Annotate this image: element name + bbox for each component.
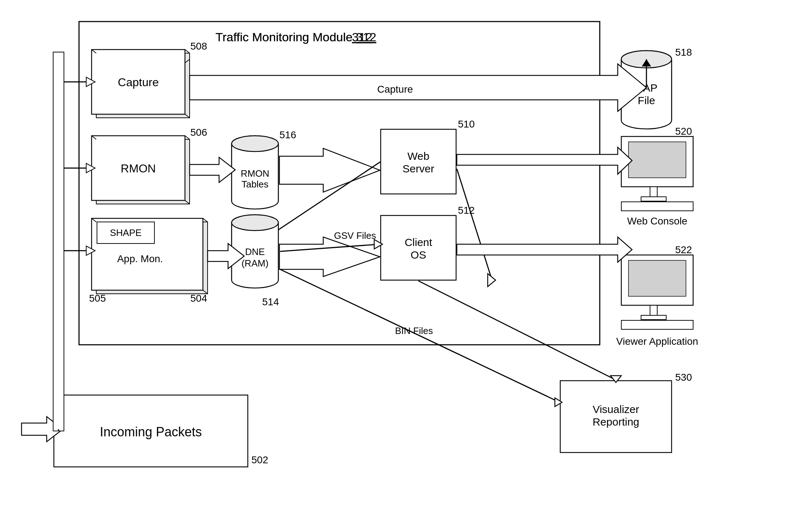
svg-text:514: 514 <box>262 296 279 307</box>
svg-marker-87 <box>53 424 63 435</box>
svg-marker-93 <box>86 163 95 173</box>
svg-line-21 <box>203 290 208 294</box>
svg-text:504: 504 <box>190 293 207 304</box>
svg-text:Visualizer: Visualizer <box>593 403 639 415</box>
svg-text:Capture: Capture <box>118 76 159 89</box>
svg-rect-30 <box>232 144 278 201</box>
svg-marker-98 <box>208 243 244 269</box>
svg-line-107 <box>457 169 492 280</box>
svg-rect-43 <box>232 223 278 280</box>
tmm-title: Traffic Monitoring Module 312 <box>215 30 376 44</box>
svg-rect-54 <box>381 215 456 280</box>
svg-text:502: 502 <box>251 454 268 465</box>
svg-rect-79 <box>621 320 693 329</box>
svg-line-100 <box>278 162 381 230</box>
svg-line-6 <box>185 50 190 53</box>
svg-line-116 <box>418 281 616 380</box>
svg-marker-91 <box>86 77 95 87</box>
svg-text:Traffic Monitoring Module: Traffic Monitoring Module <box>215 30 353 44</box>
svg-rect-75 <box>621 255 693 305</box>
svg-point-46 <box>232 215 278 231</box>
svg-rect-78 <box>641 315 666 320</box>
svg-rect-71 <box>641 197 666 201</box>
svg-text:Tables: Tables <box>241 179 268 190</box>
svg-marker-106 <box>457 147 632 174</box>
svg-rect-50 <box>381 129 456 194</box>
svg-marker-99 <box>279 148 380 192</box>
svg-rect-18 <box>92 218 203 290</box>
svg-text:516: 516 <box>279 129 296 140</box>
svg-text:522: 522 <box>675 244 692 255</box>
svg-line-12 <box>92 136 96 139</box>
svg-text:505: 505 <box>89 293 106 304</box>
diagram-svg: Traffic Monitoring Module 312 Traffic Mo… <box>0 0 812 515</box>
svg-point-32 <box>232 193 278 209</box>
svg-rect-72 <box>621 202 693 211</box>
svg-rect-10 <box>96 139 190 204</box>
svg-text:DNE: DNE <box>245 246 265 257</box>
svg-text:Server: Server <box>403 163 434 175</box>
svg-rect-61 <box>622 60 671 120</box>
svg-text:Capture: Capture <box>377 84 413 95</box>
svg-point-31 <box>232 136 278 152</box>
svg-rect-17 <box>96 222 208 294</box>
svg-rect-89 <box>53 52 64 431</box>
svg-text:GSV Files: GSV Files <box>334 230 376 241</box>
svg-rect-58 <box>621 59 672 120</box>
svg-text:RMON: RMON <box>241 168 269 179</box>
svg-marker-102 <box>190 64 646 111</box>
svg-text:SHAPE: SHAPE <box>110 227 141 238</box>
svg-point-64 <box>621 51 672 68</box>
svg-line-13 <box>185 136 190 139</box>
svg-line-118 <box>185 59 190 63</box>
svg-text:Reporting: Reporting <box>593 416 639 428</box>
svg-marker-117 <box>611 376 621 382</box>
svg-line-5 <box>92 50 96 53</box>
svg-marker-88 <box>22 417 63 442</box>
svg-point-59 <box>621 51 672 68</box>
svg-marker-105 <box>642 59 651 66</box>
svg-rect-27 <box>54 395 248 467</box>
svg-text:512: 512 <box>458 205 475 216</box>
svg-marker-95 <box>86 246 95 255</box>
svg-point-36 <box>232 136 278 152</box>
svg-marker-97 <box>190 157 235 182</box>
svg-rect-82 <box>560 381 672 453</box>
svg-line-14 <box>185 200 190 204</box>
svg-marker-111 <box>374 240 382 249</box>
svg-point-60 <box>621 112 672 129</box>
svg-text:BIN Files: BIN Files <box>395 325 433 336</box>
svg-rect-76 <box>628 260 686 296</box>
svg-text:506: 506 <box>190 127 207 138</box>
svg-rect-4 <box>92 50 185 114</box>
svg-text:CAP: CAP <box>635 82 658 94</box>
svg-rect-0 <box>79 22 600 345</box>
svg-text:508: 508 <box>190 41 207 52</box>
svg-text:File: File <box>638 94 655 106</box>
svg-text:RMON: RMON <box>121 162 156 175</box>
svg-rect-40 <box>232 223 278 280</box>
svg-line-113 <box>280 269 560 402</box>
svg-text:312: 312 <box>352 30 372 44</box>
svg-text:Viewer Application: Viewer Application <box>616 336 698 347</box>
svg-text:530: 530 <box>675 372 692 383</box>
svg-text:(RAM): (RAM) <box>241 258 268 269</box>
svg-marker-109 <box>457 237 632 262</box>
svg-text:Incoming Packets: Incoming Packets <box>100 424 202 439</box>
svg-line-19 <box>92 218 96 222</box>
svg-line-20 <box>203 218 208 222</box>
svg-text:App. Mon.: App. Mon. <box>117 253 163 264</box>
svg-rect-3 <box>96 53 190 118</box>
svg-line-7 <box>185 114 190 118</box>
svg-rect-68 <box>621 136 693 187</box>
svg-point-42 <box>232 272 278 288</box>
svg-marker-114 <box>555 398 562 407</box>
svg-marker-101 <box>279 237 380 277</box>
svg-rect-33 <box>232 144 278 201</box>
svg-rect-69 <box>628 142 686 178</box>
svg-text:Web Console: Web Console <box>627 215 687 227</box>
svg-rect-11 <box>92 136 185 200</box>
svg-text:Client: Client <box>405 236 432 248</box>
svg-rect-70 <box>650 187 657 198</box>
svg-text:OS: OS <box>410 249 426 261</box>
